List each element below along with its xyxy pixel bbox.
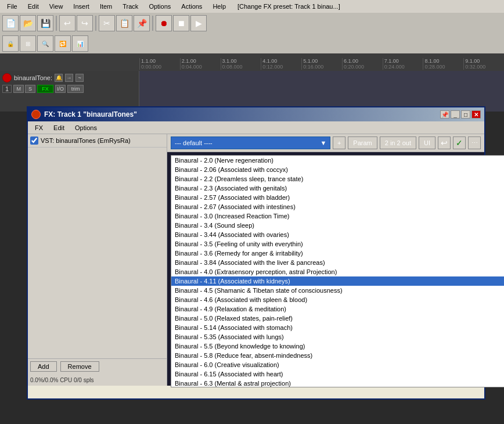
preset-more-btn[interactable]: ⋯ — [468, 136, 481, 149]
track-name-row: binauralTone: 🔔 → ~ — [2, 73, 136, 82]
plugin-enable-checkbox[interactable] — [30, 136, 38, 145]
sep1 — [56, 16, 57, 31]
track-fx-btn[interactable]: FX — [37, 85, 53, 93]
track-controls-row: 1 M S FX I/O trim — [2, 85, 136, 93]
ruler-mark-3: 3.1.00 0:08.000 — [221, 58, 261, 70]
ruler-mark-5: 5.1.00 0:16.000 — [301, 58, 342, 70]
fx-right-panel: --- default ---- ▼ + Param 2 in 2 out UI… — [167, 134, 484, 386]
track-mute-small[interactable]: 🔔 — [55, 74, 63, 82]
stop-btn[interactable]: ⏹ — [173, 15, 189, 31]
dropdown-item-11[interactable]: Binaural - 3.84 (Associated with the liv… — [171, 258, 504, 267]
loop-btn[interactable]: 🔁 — [55, 35, 71, 52]
preset-add-btn[interactable]: + — [333, 136, 345, 149]
dropdown-item-3[interactable]: Binaural - 2.3 (Associated with genitals… — [171, 184, 504, 193]
zoom-btn[interactable]: 🔍 — [37, 35, 53, 52]
add-plugin-btn[interactable]: Add — [30, 361, 57, 372]
track-io-btn[interactable]: I/O — [55, 85, 66, 93]
meter-btn[interactable]: 📊 — [72, 35, 88, 52]
track-env-btn[interactable]: ~ — [75, 74, 84, 82]
fx-content: VST: binauralTones (EmRysRa) Add Remove … — [28, 134, 484, 386]
track-msb-group: M S — [13, 85, 35, 93]
preset-back-btn[interactable]: ↩ — [438, 136, 451, 149]
fx-win-controls: 📌 _ □ ✕ — [440, 110, 481, 118]
dropdown-item-21[interactable]: Binaural - 5.8 (Reduce fear, absent-mind… — [171, 351, 504, 360]
cut-btn[interactable]: ✂ — [99, 15, 115, 31]
preset-dropdown-list[interactable]: Binaural - 2.0 (Nerve regeneration)Binau… — [171, 155, 504, 387]
redo-btn[interactable]: ↪ — [77, 15, 93, 31]
fx-titlebar: FX: Track 1 "binauralTones" 📌 _ □ ✕ — [28, 107, 484, 121]
fx-window-title: FX: Track 1 "binauralTones" — [44, 110, 137, 118]
remove-plugin-btn[interactable]: Remove — [60, 361, 99, 372]
undo-btn[interactable]: ↩ — [59, 15, 75, 31]
dropdown-item-14[interactable]: Binaural - 4.5 (Shamanic & Tibetan state… — [171, 286, 504, 295]
dropdown-item-4[interactable]: Binaural - 2.57 (Associated with bladder… — [171, 193, 504, 202]
dropdown-item-2[interactable]: Binaural - 2.2 (Dreamless sleep, trance … — [171, 174, 504, 184]
dropdown-item-20[interactable]: Binaural - 5.5 (Beyond knowledge to know… — [171, 342, 504, 351]
track-route-btn[interactable]: → — [65, 74, 73, 82]
toolbar-1: 📄 📂 💾 ↩ ↪ ✂ 📋 📌 ⏺ ⏹ ▶ — [0, 13, 504, 34]
menu-track[interactable]: Track — [118, 2, 143, 11]
dropdown-item-13[interactable]: Binaural - 4.11 (Associated with kidneys… — [171, 276, 504, 286]
ruler-mark-8: 8.1.00 0:28.000 — [423, 58, 463, 70]
track-solo-btn[interactable]: S — [25, 85, 35, 93]
fx-minimize-btn[interactable]: _ — [451, 110, 460, 118]
menu-edit[interactable]: Edit — [23, 2, 44, 11]
fx-close-btn[interactable]: ✕ — [471, 110, 481, 118]
fx-pin-btn[interactable]: 📌 — [440, 110, 449, 118]
dropdown-item-0[interactable]: Binaural - 2.0 (Nerve regeneration) — [171, 156, 504, 165]
dropdown-item-6[interactable]: Binaural - 3.0 (Increased Reaction Time) — [171, 211, 504, 221]
dropdown-item-19[interactable]: Binaural - 5.35 (Associated with lungs) — [171, 332, 504, 342]
fx-maximize-btn[interactable]: □ — [461, 110, 470, 118]
dropdown-item-10[interactable]: Binaural - 3.6 (Remedy for anger & irrit… — [171, 249, 504, 258]
track-trim-btn[interactable]: trim — [67, 85, 84, 93]
fx-plugin-list-empty — [28, 148, 167, 358]
menu-view[interactable]: View — [45, 2, 68, 11]
fx-menu-options[interactable]: Options — [70, 123, 102, 132]
save-btn[interactable]: 💾 — [37, 15, 53, 31]
fx-title-icon — [31, 110, 41, 119]
param-btn[interactable]: Param — [348, 136, 377, 149]
routing-btn[interactable]: 2 in 2 out — [380, 136, 416, 149]
dropdown-item-17[interactable]: Binaural - 5.0 (Relaxed states, pain-rel… — [171, 314, 504, 323]
toolbar-2: 🔒 ⊞ 🔍 🔁 📊 — [0, 34, 504, 53]
dropdown-item-24[interactable]: Binaural - 6.3 (Mental & astral projecti… — [171, 379, 504, 387]
dropdown-item-5[interactable]: Binaural - 2.67 (Associated with intesti… — [171, 202, 504, 211]
dropdown-item-7[interactable]: Binaural - 3.4 (Sound sleep) — [171, 221, 504, 230]
dropdown-item-12[interactable]: Binaural - 4.0 (Extrasensory perception,… — [171, 267, 504, 276]
record-btn[interactable]: ⏺ — [156, 15, 172, 31]
menu-item[interactable]: Item — [95, 2, 117, 11]
cpu-info-row: 0.0%/0.0% CPU 0/0 spls — [28, 374, 167, 386]
track-record-button[interactable] — [2, 73, 12, 82]
menu-file[interactable]: File — [2, 2, 22, 11]
preset-dropdown[interactable]: --- default ---- ▼ — [171, 136, 330, 149]
paste-btn[interactable]: 📌 — [134, 15, 150, 31]
grid-btn[interactable]: ⊞ — [20, 35, 36, 52]
track-timeline — [139, 71, 504, 112]
dropdown-item-9[interactable]: Binaural - 3.5 (Feeling of unity with ev… — [171, 239, 504, 249]
track-number: 1 — [2, 85, 12, 93]
ruler-mark-2: 2.1.00 0:04.000 — [180, 58, 221, 70]
menu-help[interactable]: Help — [208, 2, 231, 11]
preset-check-btn[interactable]: ✓ — [453, 136, 466, 149]
dropdown-item-15[interactable]: Binaural - 4.6 (Associated with spleen &… — [171, 295, 504, 304]
dropdown-item-1[interactable]: Binaural - 2.06 (Associated with coccyx) — [171, 165, 504, 174]
track-mute-btn[interactable]: M — [13, 85, 24, 93]
dropdown-item-22[interactable]: Binaural - 6.0 (Creative visualization) — [171, 360, 504, 369]
dropdown-item-18[interactable]: Binaural - 5.14 (Associated with stomach… — [171, 323, 504, 332]
open-btn[interactable]: 📂 — [20, 15, 36, 31]
new-btn[interactable]: 📄 — [2, 15, 19, 31]
ruler-mark-9: 9.1.00 0:32.000 — [463, 58, 504, 70]
fx-menu-edit[interactable]: Edit — [49, 123, 69, 132]
menu-insert[interactable]: Insert — [69, 2, 94, 11]
dropdown-item-23[interactable]: Binaural - 6.15 (Associated with heart) — [171, 369, 504, 379]
fx-menu-fx[interactable]: FX — [30, 123, 48, 132]
snap-btn[interactable]: 🔒 — [2, 35, 19, 52]
menu-options[interactable]: Options — [144, 2, 175, 11]
dropdown-item-16[interactable]: Binaural - 4.9 (Relaxation & meditation) — [171, 304, 504, 314]
copy-btn[interactable]: 📋 — [116, 15, 132, 31]
play-btn[interactable]: ▶ — [190, 15, 207, 31]
menu-actions[interactable]: Actions — [177, 2, 207, 11]
dropdown-item-8[interactable]: Binaural - 3.44 (Associated with ovaries… — [171, 230, 504, 239]
track-header: binauralTone: 🔔 → ~ 1 M S FX I/O trim — [0, 71, 139, 112]
ui-btn[interactable]: UI — [419, 136, 435, 149]
